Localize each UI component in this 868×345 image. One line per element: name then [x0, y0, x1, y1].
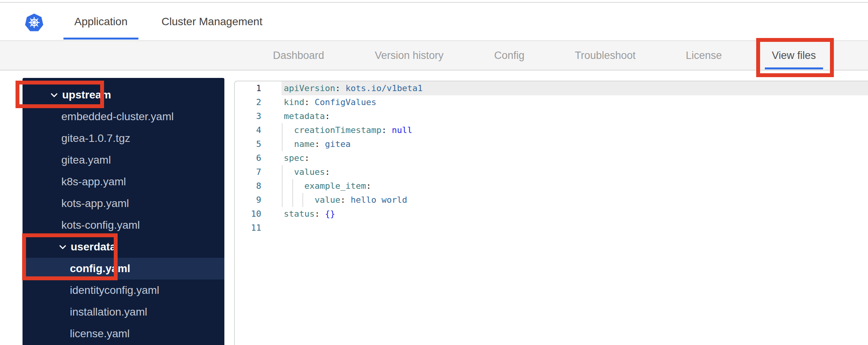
tree-item-label: embedded-cluster.yaml	[61, 110, 174, 123]
tree-item-kots-config.yaml[interactable]: kots-config.yaml	[23, 214, 224, 236]
code-line-content: apiVersion: kots.io/v1beta1	[264, 81, 868, 95]
code-line-7: 7 values:	[235, 165, 868, 179]
active-tab-underline	[64, 38, 139, 40]
indent-guide	[282, 165, 283, 179]
app-header: Application Cluster Management	[0, 3, 868, 41]
nav-item-label: Troubleshoot	[575, 50, 636, 62]
tree-item-license.yaml[interactable]: license.yaml	[23, 323, 224, 345]
line-number: 10	[235, 207, 264, 221]
nav-item-config[interactable]: Config	[487, 41, 531, 70]
active-nav-underline	[765, 67, 823, 69]
tree-item-label: config.yaml	[70, 262, 130, 275]
code-line-1: 1apiVersion: kots.io/v1beta1	[235, 81, 868, 95]
tree-item-label: upstream	[62, 89, 111, 101]
line-number: 9	[235, 193, 264, 207]
code-line-content: values:	[264, 165, 868, 179]
code-line-11: 11	[235, 221, 868, 235]
code-lines: 1apiVersion: kots.io/v1beta12kind: Confi…	[235, 81, 868, 235]
nav-item-label: License	[686, 50, 722, 62]
tree-item-label: k8s-app.yaml	[61, 176, 126, 188]
tab-cluster-management-label: Cluster Management	[161, 16, 262, 28]
nav-item-view-files[interactable]: View files	[765, 41, 823, 70]
line-number: 2	[235, 95, 264, 109]
app-navbar: DashboardVersion historyConfigTroublesho…	[0, 41, 868, 71]
line-number: 4	[235, 123, 264, 137]
code-line-content: value: hello world	[264, 193, 868, 207]
tree-item-label: gitea.yaml	[61, 154, 111, 166]
tree-item-identityconfig.yaml[interactable]: identityconfig.yaml	[23, 279, 224, 301]
tree-item-config.yaml[interactable]: config.yaml	[23, 258, 224, 279]
file-content-editor[interactable]: 1apiVersion: kots.io/v1beta12kind: Confi…	[234, 81, 868, 345]
tree-item-label: kots-app.yaml	[61, 197, 129, 210]
tab-application-label: Application	[75, 16, 128, 28]
code-line-content: metadata:	[264, 109, 868, 123]
nav-item-license[interactable]: License	[679, 41, 729, 70]
indent-guide	[282, 179, 283, 193]
tree-item-gitea.yaml[interactable]: gitea.yaml	[23, 149, 224, 171]
code-line-9: 9 value: hello world	[235, 193, 868, 207]
code-line-content: example_item:	[264, 179, 868, 193]
line-number: 8	[235, 179, 264, 193]
nav-item-label: Version history	[375, 50, 443, 62]
tab-cluster-management[interactable]: Cluster Management	[151, 3, 273, 40]
indent-guide	[282, 193, 283, 207]
tree-item-userdata[interactable]: userdata	[23, 236, 224, 258]
code-line-content: kind: ConfigValues	[264, 95, 868, 109]
indent-guide	[282, 137, 283, 151]
code-line-4: 4 creationTimestamp: null	[235, 123, 868, 137]
line-number: 7	[235, 165, 264, 179]
nav-item-dashboard[interactable]: Dashboard	[266, 41, 331, 70]
line-number: 6	[235, 151, 264, 165]
file-tree-sidebar: upstreamembedded-cluster.yamlgitea-1.0.7…	[23, 78, 224, 345]
chevron-down-icon	[50, 91, 59, 100]
tree-item-kots-app.yaml[interactable]: kots-app.yaml	[23, 193, 224, 214]
nav-item-label: Dashboard	[273, 50, 324, 62]
code-line-6: 6spec:	[235, 151, 868, 165]
tree-item-label: license.yaml	[70, 328, 130, 340]
code-line-10: 10status: {}	[235, 207, 868, 221]
line-number: 5	[235, 137, 264, 151]
nav-item-label: Config	[494, 50, 524, 62]
indent-guide	[282, 123, 283, 137]
tree-item-label: gitea-1.0.7.tgz	[61, 132, 130, 145]
code-line-content: status: {}	[264, 207, 868, 221]
code-line-content	[264, 221, 868, 235]
tree-item-label: kots-config.yaml	[61, 219, 140, 231]
code-line-5: 5 name: gitea	[235, 137, 868, 151]
tree-item-label: userdata	[71, 241, 116, 253]
line-number: 1	[235, 81, 264, 95]
nav-item-label: View files	[772, 50, 816, 62]
code-line-content: creationTimestamp: null	[264, 123, 868, 137]
tree-item-upstream[interactable]: upstream	[23, 84, 224, 106]
tree-item-gitea-1.0.7.tgz[interactable]: gitea-1.0.7.tgz	[23, 128, 224, 149]
tree-item-embedded-cluster.yaml[interactable]: embedded-cluster.yaml	[23, 106, 224, 128]
nav-item-version-history[interactable]: Version history	[368, 41, 450, 70]
code-line-2: 2kind: ConfigValues	[235, 95, 868, 109]
tree-item-installation.yaml[interactable]: installation.yaml	[23, 301, 224, 323]
nav-item-troubleshoot[interactable]: Troubleshoot	[568, 41, 643, 70]
code-line-content: spec:	[264, 151, 868, 165]
code-line-3: 3metadata:	[235, 109, 868, 123]
tree-item-k8s-app.yaml[interactable]: k8s-app.yaml	[23, 171, 224, 193]
line-number: 11	[235, 221, 264, 235]
code-line-8: 8 example_item:	[235, 179, 868, 193]
tab-application[interactable]: Application	[64, 3, 139, 40]
kubernetes-logo-icon	[24, 13, 44, 33]
tree-item-label: identityconfig.yaml	[70, 284, 159, 297]
line-number: 3	[235, 109, 264, 123]
code-line-content: name: gitea	[264, 137, 868, 151]
tree-item-label: installation.yaml	[70, 306, 147, 318]
chevron-down-icon	[58, 243, 67, 252]
